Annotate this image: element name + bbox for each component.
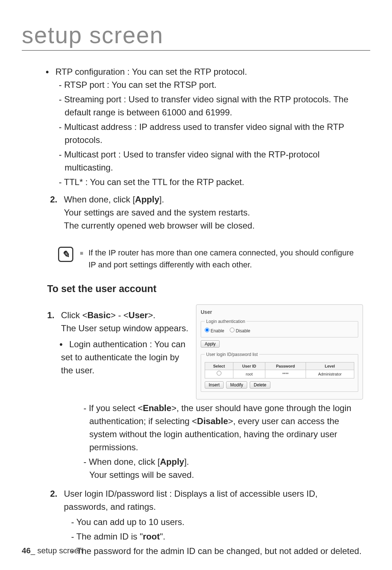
step2-number: 2. xyxy=(50,193,60,232)
s1-d1a: If you select < xyxy=(89,403,143,413)
s1-basic: Basic xyxy=(87,310,111,320)
disable-label: Disable xyxy=(236,328,250,333)
login-auth-fieldset: Login authentication Enable Disable xyxy=(201,318,358,337)
note-text: If the IP router has more than one camer… xyxy=(89,247,363,271)
s2-b-post: ". xyxy=(160,532,165,541)
note-bullet-icon: ■ xyxy=(80,249,83,258)
s1-l2: The User setup window appears. xyxy=(61,323,188,333)
user-step1-num: 1. xyxy=(47,309,57,377)
step2-text-a: When done, click [ xyxy=(64,194,135,204)
rtp-item-3: Multicast port : Used to transfer video … xyxy=(59,148,363,174)
s1-d2a: When done, click [ xyxy=(89,457,160,467)
row-select-radio[interactable] xyxy=(217,371,221,376)
panel-title: User xyxy=(201,308,358,316)
s2-b-pre: The admin ID is " xyxy=(76,532,143,541)
page-title: setup screen xyxy=(22,22,370,51)
s2-text: User login ID/password list : Displays a… xyxy=(64,489,318,512)
s2-item-b: The admin ID is "root". xyxy=(71,530,363,543)
apply-button[interactable]: Apply xyxy=(201,340,220,348)
th-select: Select xyxy=(205,362,233,370)
s2-root-bold: root xyxy=(143,532,160,541)
s1-dash1: If you select <Enable>, the user should … xyxy=(83,402,363,454)
s1-apply-bold: Apply xyxy=(160,457,184,467)
user-list-fieldset: User login ID/password list Select User … xyxy=(201,351,358,392)
th-level: Level xyxy=(306,362,354,370)
radio-disable[interactable]: Disable xyxy=(230,328,250,333)
s1-bullet: Login authentication : You can set to au… xyxy=(61,339,185,375)
user-table: Select User ID Password Level root **** … xyxy=(205,362,354,378)
s1-disable-bold: Disable xyxy=(197,416,228,426)
delete-button[interactable]: Delete xyxy=(250,381,270,389)
radio-enable[interactable]: Enable xyxy=(205,328,224,333)
s1-user: User xyxy=(128,310,148,320)
s1-l1a: Click < xyxy=(61,310,87,320)
user-panel-figure: User Login authentication Enable Disable… xyxy=(196,304,363,399)
modify-button[interactable]: Modify xyxy=(226,381,247,389)
s1-dash2: When done, click [Apply]. Your settings … xyxy=(83,455,363,481)
th-userid: User ID xyxy=(233,362,265,370)
table-row: root **** Administrator xyxy=(205,370,354,378)
rtp-item-4: TTL* : You can set the TTL for the RTP p… xyxy=(59,176,363,189)
page-number: 46 xyxy=(22,546,30,555)
s1-l1c: > - < xyxy=(111,310,128,320)
note-icon: ✎ xyxy=(58,247,73,262)
rtp-item-0: RTSP port : You can set the RTSP port. xyxy=(59,78,363,91)
footer-label: setup screen xyxy=(37,546,83,555)
s1-enable-bold: Enable xyxy=(143,403,171,413)
login-auth-legend: Login authentication xyxy=(205,318,246,325)
enable-label: Enable xyxy=(211,328,224,333)
s1-d2c: ]. xyxy=(184,457,189,467)
apply-label: Apply xyxy=(135,194,159,204)
insert-button[interactable]: Insert xyxy=(205,381,224,389)
th-password: Password xyxy=(265,362,306,370)
s1-l1e: >. xyxy=(148,310,155,320)
s2-item-c: The password for the admin ID can be cha… xyxy=(71,545,363,558)
section-heading-user: To set the user account xyxy=(47,282,363,296)
row-userid: root xyxy=(233,370,265,378)
rtp-item-1: Streaming port : Used to transfer video … xyxy=(59,93,363,119)
page-footer: 46_ setup screen xyxy=(22,546,83,555)
step2-text-c: ]. xyxy=(159,194,164,204)
rtp-intro: RTP configuration : You can set the RTP … xyxy=(56,67,247,77)
step2-line2: Your settings are saved and the system r… xyxy=(64,208,250,217)
user-list-legend: User login ID/password list xyxy=(205,351,259,358)
row-password: **** xyxy=(265,370,306,378)
content-body: RTP configuration : You can set the RTP … xyxy=(22,65,370,559)
s2-item-a: You can add up to 10 users. xyxy=(71,516,363,529)
row-level: Administrator xyxy=(306,370,354,378)
rtp-item-2: Multicast address : IP address used to t… xyxy=(59,120,363,147)
s1-d2-line2: Your settings will be saved. xyxy=(89,470,194,480)
step2-line3: The currently opened web browser will be… xyxy=(64,221,255,230)
